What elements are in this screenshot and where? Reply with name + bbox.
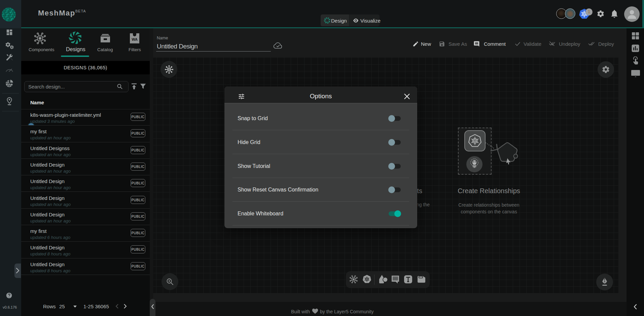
svg-text:WA: WA: [132, 37, 138, 41]
